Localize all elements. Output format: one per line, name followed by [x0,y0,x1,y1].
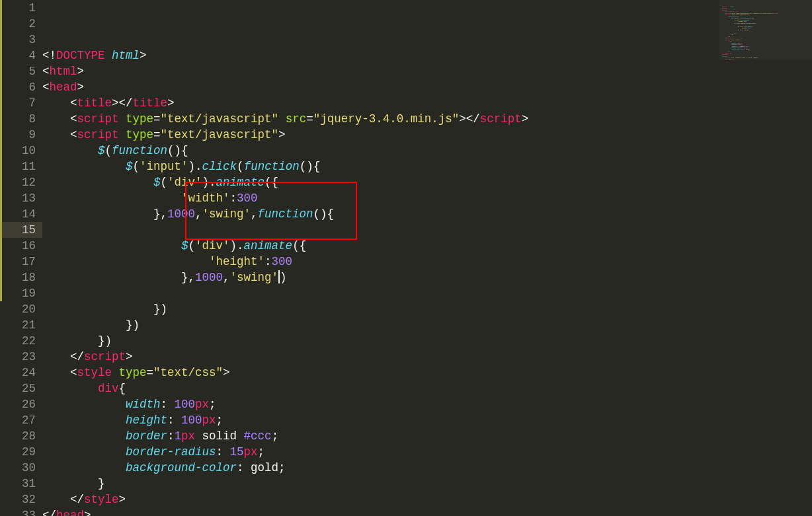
code-token: div [98,382,119,395]
code-token: style [84,493,119,506]
code-token: 'swing' [230,271,279,284]
code-line[interactable]: <!DOCTYPE html> [42,48,812,63]
code-line[interactable]: </script> [42,349,812,365]
code-token [42,461,126,474]
code-token: ). [188,160,202,173]
code-token: height [126,414,167,427]
code-editor[interactable]: 1234567891011121314151617181920212223242… [0,0,812,516]
code-line[interactable]: border-radius: 15px; [42,444,812,460]
code-token: }) [42,303,167,316]
code-token: ; [216,414,223,427]
code-token: ( [133,160,140,173]
code-token: > [167,96,175,110]
code-token: animate [244,239,293,252]
code-token: title [133,96,168,110]
code-token: : [216,445,230,459]
line-number: 32 [4,492,36,507]
code-line[interactable]: $('div').animate({ [42,238,812,254]
code-line[interactable]: }) [42,333,812,349]
code-token: width [126,398,161,411]
code-line[interactable]: 'height':300 [42,254,812,270]
code-line[interactable]: },1000,'swing') [42,270,812,285]
code-token: ( [161,176,168,189]
code-line[interactable]: </style> [42,492,812,507]
code-line[interactable]: }) [42,317,812,333]
minimap-viewport[interactable] [719,0,812,59]
code-token: type [119,366,147,379]
code-line[interactable]: width: 100px; [42,396,812,412]
code-line[interactable]: <html> [42,63,812,79]
code-line[interactable] [42,222,812,238]
code-line[interactable]: <head> [42,79,812,95]
code-line[interactable]: }) [42,301,812,317]
code-token: ; [258,445,265,459]
line-number: 14 [4,206,36,222]
code-token: < [42,366,77,379]
code-token: }) [42,334,112,348]
code-token: 300 [237,192,258,205]
code-token: type [126,112,153,126]
code-token: }) [42,318,140,332]
code-token: : gold; [237,461,286,474]
code-token: type [126,128,153,141]
code-line[interactable]: </head> [42,507,812,516]
code-token [42,445,126,459]
code-line[interactable]: <title></title> [42,95,812,111]
code-token: < [42,128,77,141]
code-token [42,382,98,395]
code-line[interactable]: $('input').click(function(){ [42,159,812,174]
code-token [42,414,126,427]
line-number: 24 [4,365,36,381]
code-token [42,429,126,443]
code-token [42,160,126,173]
code-line[interactable]: <style type="text/css"> [42,365,812,381]
line-number: 13 [4,190,36,206]
code-line[interactable]: height: 100px; [42,412,812,428]
code-line[interactable]: 'width':300 [42,190,812,206]
code-token: head [56,509,84,516]
line-number: 15 [0,222,42,238]
code-line[interactable]: $(function(){ [42,143,812,159]
code-line[interactable]: },1000,'swing',function(){ [42,206,812,222]
line-number: 7 [4,95,36,111]
line-number: 3 [4,32,36,48]
code-token: <! [42,49,56,62]
minimap[interactable]: <!DOCTYPE html><html><head> <title></tit… [719,0,812,516]
code-token: } [42,477,105,490]
line-number: 22 [4,333,36,349]
code-token [42,239,181,252]
code-token: src [286,112,307,126]
code-line[interactable] [42,285,812,301]
line-number: 16 [4,238,36,254]
code-token: > [119,493,126,506]
code-token: }, [42,271,195,284]
code-token: > [522,112,529,126]
code-token: title [77,96,112,110]
code-line[interactable]: border:1px solid #ccc; [42,428,812,444]
code-token [119,112,126,126]
line-number: 17 [4,254,36,270]
line-number: 18 [4,270,36,285]
code-token: = [153,112,161,126]
line-number: 9 [4,127,36,143]
code-area[interactable]: <!DOCTYPE html><html><head> <title></tit… [42,0,812,516]
code-token: html [112,49,140,62]
code-token: ( [105,144,112,157]
code-token [112,366,119,379]
code-token: background-color [126,461,237,474]
code-line[interactable]: background-color: gold; [42,460,812,476]
code-line[interactable]: <script type="text/javascript"> [42,127,812,143]
code-token: , [223,271,230,284]
code-token: 15 [230,445,244,459]
code-token: </ [42,493,84,506]
code-token: ( [237,160,244,173]
code-token: script [480,112,522,126]
code-token: ({ [264,176,278,189]
code-line[interactable]: $('div').animate({ [42,174,812,190]
code-token: > [77,81,85,94]
code-line[interactable]: <script type="text/javascript" src="jque… [42,111,812,127]
code-token: > [223,366,230,379]
code-line[interactable]: div{ [42,381,812,396]
line-number: 8 [4,111,36,127]
code-line[interactable]: } [42,476,812,492]
